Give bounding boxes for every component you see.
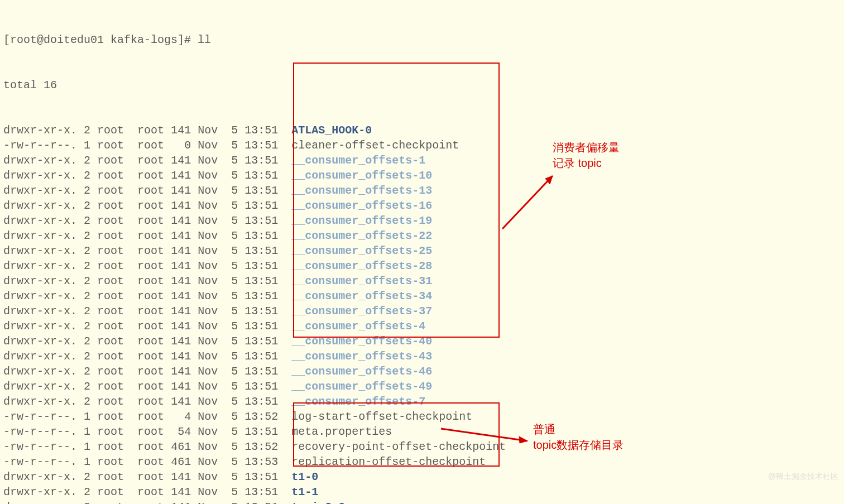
size: 141 bbox=[171, 244, 191, 257]
link-count: 2 bbox=[84, 486, 90, 498]
filename: meta.properties bbox=[291, 425, 392, 438]
group: root bbox=[137, 410, 164, 423]
owner: root bbox=[97, 471, 124, 483]
day: 5 bbox=[231, 395, 238, 408]
link-count: 2 bbox=[84, 199, 90, 212]
group: root bbox=[137, 229, 164, 242]
owner: root bbox=[97, 290, 124, 303]
filename: __consumer_offsets-1 bbox=[291, 154, 425, 167]
link-count: 2 bbox=[84, 229, 90, 242]
owner: root bbox=[97, 244, 124, 257]
permissions: drwxr-xr-x. bbox=[3, 260, 77, 272]
time: 13:51 bbox=[244, 124, 278, 137]
size: 141 bbox=[171, 290, 191, 303]
month: Nov bbox=[198, 154, 218, 167]
filename: __consumer_offsets-19 bbox=[291, 214, 432, 227]
permissions: drwxr-xr-x. bbox=[3, 365, 77, 378]
owner: root bbox=[97, 440, 124, 453]
day: 5 bbox=[231, 260, 238, 272]
permissions: drwxr-xr-x. bbox=[3, 244, 77, 257]
month: Nov bbox=[198, 305, 218, 318]
month: Nov bbox=[198, 350, 218, 363]
month: Nov bbox=[198, 380, 218, 393]
listing-row: drwxr-xr-x. 2 root root 141 Nov 5 13:51 … bbox=[3, 319, 841, 334]
owner: root bbox=[97, 199, 124, 212]
day: 5 bbox=[231, 455, 238, 468]
listing-row: -rw-r--r--. 1 root root 4 Nov 5 13:52 lo… bbox=[3, 409, 841, 424]
permissions: -rw-r--r--. bbox=[3, 455, 77, 468]
listing-row: drwxr-xr-x. 2 root root 141 Nov 5 13:51 … bbox=[3, 213, 841, 228]
group: root bbox=[137, 124, 164, 137]
owner: root bbox=[97, 184, 124, 197]
permissions: drwxr-xr-x. bbox=[3, 486, 77, 498]
permissions: drwxr-xr-x. bbox=[3, 154, 77, 167]
time: 13:51 bbox=[244, 290, 278, 303]
annotation-line: 消费者偏移量 bbox=[553, 141, 620, 153]
day: 5 bbox=[231, 425, 238, 438]
annotation-line: 记录 topic bbox=[553, 157, 602, 169]
owner: root bbox=[97, 305, 124, 318]
link-count: 2 bbox=[84, 154, 90, 167]
permissions: drwxr-xr-x. bbox=[3, 471, 77, 483]
day: 5 bbox=[231, 139, 238, 152]
day: 5 bbox=[231, 290, 238, 303]
time: 13:51 bbox=[244, 275, 278, 287]
permissions: drwxr-xr-x. bbox=[3, 290, 77, 303]
time: 13:51 bbox=[244, 184, 278, 197]
link-count: 2 bbox=[84, 350, 90, 363]
month: Nov bbox=[198, 229, 218, 242]
day: 5 bbox=[231, 214, 238, 227]
listing-row: drwxr-xr-x. 2 root root 141 Nov 5 13:51 … bbox=[3, 228, 841, 243]
annotation-topic-dirs: 普通 topic数据存储目录 bbox=[533, 421, 624, 453]
group: root bbox=[137, 486, 164, 498]
day: 5 bbox=[231, 124, 238, 137]
size: 141 bbox=[171, 305, 191, 318]
owner: root bbox=[97, 139, 124, 152]
month: Nov bbox=[198, 260, 218, 272]
listing-row: drwxr-xr-x. 2 root root 141 Nov 5 13:51 … bbox=[3, 484, 841, 500]
listing-row: drwxr-xr-x. 2 root root 141 Nov 5 13:51 … bbox=[3, 349, 841, 364]
annotation-line: 普通 bbox=[533, 423, 555, 435]
day: 5 bbox=[231, 244, 238, 257]
shell-prompt[interactable]: [root@doitedu01 kafka-logs]# ll bbox=[3, 32, 841, 47]
link-count: 2 bbox=[84, 320, 90, 333]
permissions: drwxr-xr-x. bbox=[3, 501, 77, 504]
listing-row: drwxr-xr-x. 2 root root 141 Nov 5 13:51 … bbox=[3, 469, 841, 484]
time: 13:51 bbox=[244, 350, 278, 363]
listing-row: drwxr-xr-x. 2 root root 141 Nov 5 13:51 … bbox=[3, 153, 841, 168]
filename: __consumer_offsets-37 bbox=[291, 305, 432, 318]
listing-row: drwxr-xr-x. 2 root root 141 Nov 5 13:51 … bbox=[3, 334, 841, 349]
size: 141 bbox=[171, 184, 191, 197]
filename: __consumer_offsets-22 bbox=[291, 229, 432, 242]
month: Nov bbox=[198, 124, 218, 137]
group: root bbox=[137, 244, 164, 257]
day: 5 bbox=[231, 486, 238, 498]
size: 141 bbox=[171, 229, 191, 242]
filename: __consumer_offsets-49 bbox=[291, 380, 432, 393]
link-count: 2 bbox=[84, 305, 90, 318]
owner: root bbox=[97, 380, 124, 393]
size: 141 bbox=[171, 395, 191, 408]
day: 5 bbox=[231, 350, 238, 363]
listing-row: -rw-r--r--. 1 root root 461 Nov 5 13:52 … bbox=[3, 439, 841, 454]
time: 13:51 bbox=[244, 501, 278, 504]
group: root bbox=[137, 169, 164, 182]
group: root bbox=[137, 184, 164, 197]
filename: __consumer_offsets-34 bbox=[291, 290, 432, 303]
filename: __consumer_offsets-28 bbox=[291, 260, 432, 272]
link-count: 2 bbox=[84, 169, 90, 182]
link-count: 1 bbox=[84, 455, 90, 468]
size: 141 bbox=[171, 169, 191, 182]
listing-row: drwxr-xr-x. 2 root root 141 Nov 5 13:51 … bbox=[3, 394, 841, 409]
time: 13:51 bbox=[244, 214, 278, 227]
link-count: 2 bbox=[84, 471, 90, 483]
size: 54 bbox=[171, 425, 191, 438]
filename: t1-0 bbox=[291, 471, 318, 483]
svg-line-2 bbox=[441, 429, 528, 441]
size: 141 bbox=[171, 154, 191, 167]
day: 5 bbox=[231, 380, 238, 393]
owner: root bbox=[97, 124, 124, 137]
owner: root bbox=[97, 410, 124, 423]
listing-row: -rw-r--r--. 1 root root 0 Nov 5 13:51 cl… bbox=[3, 138, 841, 153]
owner: root bbox=[97, 320, 124, 333]
